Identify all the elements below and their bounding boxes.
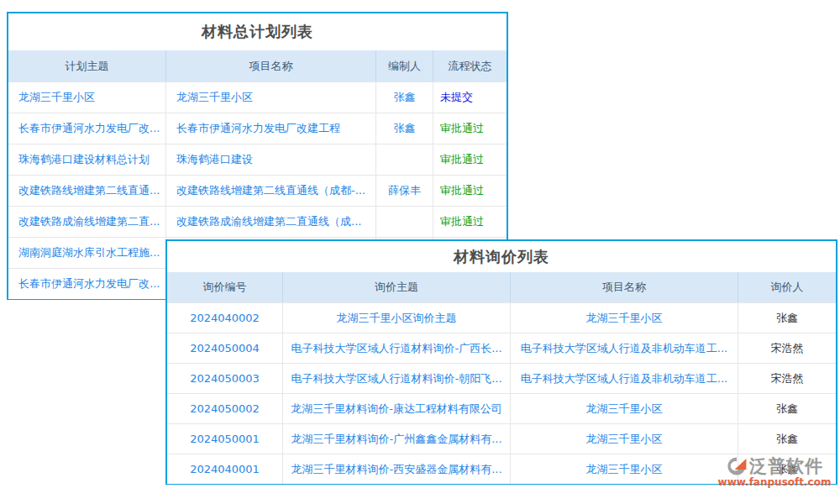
table-cell[interactable]: 审批通过 <box>433 176 507 206</box>
column-header-3: 流程状态 <box>433 50 507 81</box>
plan-table-header-row: 计划主题项目名称编制人流程状态 <box>8 50 507 81</box>
column-header-2: 项目名称 <box>511 272 738 302</box>
table-cell[interactable]: 龙湖三千里小区 <box>511 394 738 423</box>
table-row[interactable]: 长春市伊通河水力发电厂改...长春市伊通河水力发电厂改建工程张鑫审批通过 <box>8 113 507 144</box>
table-cell <box>376 207 433 237</box>
column-header-1: 项目名称 <box>166 50 376 81</box>
inquiry-table-title: 材料询价列表 <box>167 241 836 272</box>
table-row[interactable]: 2024050002龙湖三千里材料询价-康达工程材料有限公司龙湖三千里小区张鑫 <box>167 393 836 423</box>
table-cell[interactable]: 电子科技大学区域人行道及非机动车道工... <box>511 333 738 363</box>
table-cell: 宋浩然 <box>738 333 836 363</box>
table-cell[interactable]: 龙湖三千里小区 <box>511 454 738 484</box>
table-cell[interactable]: 审批通过 <box>433 113 507 144</box>
table-cell[interactable]: 珠海鹤港口建设材料总计划 <box>8 144 166 175</box>
table-cell[interactable]: 龙湖三千里材料询价-西安盛器金属材料有... <box>283 454 511 484</box>
table-cell[interactable]: 薛保丰 <box>376 176 433 206</box>
column-header-1: 询价主题 <box>283 272 511 302</box>
column-header-2: 编制人 <box>376 50 433 81</box>
table-cell[interactable]: 龙湖三千里材料询价-广州鑫鑫金属材料有... <box>283 424 511 454</box>
table-cell: 张鑫 <box>738 303 836 333</box>
table-cell[interactable]: 珠海鹤港口建设 <box>166 144 376 175</box>
page: 材料总计划列表 计划主题项目名称编制人流程状态 龙湖三千里小区龙湖三千里小区张鑫… <box>0 0 840 504</box>
table-row[interactable]: 龙湖三千里小区龙湖三千里小区张鑫未提交 <box>8 81 507 113</box>
inquiry-table-header-row: 询价编号询价主题项目名称询价人 <box>167 272 836 302</box>
table-cell: 张鑫 <box>738 424 836 454</box>
table-cell[interactable]: 2024050004 <box>167 333 283 363</box>
table-cell[interactable]: 张鑫 <box>376 82 433 113</box>
table-cell[interactable]: 龙湖三千里小区 <box>166 82 376 113</box>
table-row[interactable]: 改建铁路成渝线增建第二直...改建铁路成渝线增建第二直通线（成...审批通过 <box>8 206 507 237</box>
plan-table-title: 材料总计划列表 <box>8 13 507 50</box>
table-cell[interactable]: 2024050001 <box>167 424 283 454</box>
table-row[interactable]: 改建铁路线增建第二线直通...改建铁路线增建第二线直通线（成都-...薛保丰审批… <box>8 175 507 206</box>
table-cell[interactable]: 龙湖三千里材料询价-康达工程材料有限公司 <box>283 394 511 423</box>
table-cell[interactable]: 龙湖三千里小区 <box>8 82 166 113</box>
table-row[interactable]: 珠海鹤港口建设材料总计划珠海鹤港口建设审批通过 <box>8 144 507 175</box>
fanpu-logo-icon <box>726 455 748 477</box>
table-cell[interactable]: 2024040002 <box>167 303 283 333</box>
table-cell[interactable]: 审批通过 <box>433 144 507 175</box>
table-cell[interactable]: 电子科技大学区域人行道材料询价-广西长... <box>283 333 511 363</box>
table-cell[interactable]: 龙湖三千里小区询价主题 <box>283 303 511 333</box>
table-cell[interactable]: 审批通过 <box>433 207 507 237</box>
table-cell[interactable]: 2024040001 <box>167 454 283 484</box>
watermark: 泛普软件 www.fanpusoft.com <box>711 454 838 488</box>
table-cell: 张鑫 <box>738 394 836 423</box>
table-cell[interactable]: 张鑫 <box>376 113 433 144</box>
table-cell[interactable]: 改建铁路线增建第二线直通... <box>8 176 166 206</box>
column-header-0: 计划主题 <box>8 50 166 81</box>
table-cell[interactable]: 电子科技大学区域人行道材料询价-朝阳飞... <box>283 364 511 393</box>
table-cell[interactable]: 湖南洞庭湖水库引水工程施... <box>8 238 166 268</box>
table-cell[interactable]: 改建铁路成渝线增建第二直通线（成... <box>166 207 376 237</box>
table-cell[interactable]: 长春市伊通河水力发电厂改建工程 <box>166 113 376 144</box>
table-cell[interactable]: 龙湖三千里小区 <box>511 424 738 454</box>
table-row[interactable]: 2024050003电子科技大学区域人行道材料询价-朝阳飞...电子科技大学区域… <box>167 363 836 393</box>
table-cell[interactable]: 长春市伊通河水力发电厂改... <box>8 269 166 299</box>
table-cell[interactable]: 长春市伊通河水力发电厂改... <box>8 113 166 144</box>
table-row[interactable]: 2024050004电子科技大学区域人行道材料询价-广西长...电子科技大学区域… <box>167 333 836 363</box>
column-header-0: 询价编号 <box>167 272 283 302</box>
watermark-url: www.fanpusoft.com <box>711 476 838 488</box>
table-cell[interactable]: 改建铁路线增建第二线直通线（成都-... <box>166 176 376 206</box>
table-cell[interactable]: 2024050002 <box>167 394 283 423</box>
material-inquiry-panel: 材料询价列表 询价编号询价主题项目名称询价人 2024040002龙湖三千里小区… <box>165 239 837 485</box>
table-row[interactable]: 2024040002龙湖三千里小区询价主题龙湖三千里小区张鑫 <box>167 302 836 333</box>
column-header-3: 询价人 <box>738 272 836 302</box>
table-cell[interactable]: 改建铁路成渝线增建第二直... <box>8 207 166 237</box>
watermark-brand: 泛普软件 <box>749 454 823 478</box>
table-cell[interactable]: 2024050003 <box>167 364 283 393</box>
table-cell[interactable]: 龙湖三千里小区 <box>511 303 738 333</box>
table-cell <box>376 144 433 175</box>
table-cell[interactable]: 电子科技大学区域人行道及非机动车道工... <box>511 364 738 393</box>
table-cell: 宋浩然 <box>738 364 836 393</box>
table-cell[interactable]: 未提交 <box>433 82 507 113</box>
table-row[interactable]: 2024050001龙湖三千里材料询价-广州鑫鑫金属材料有...龙湖三千里小区张… <box>167 423 836 454</box>
